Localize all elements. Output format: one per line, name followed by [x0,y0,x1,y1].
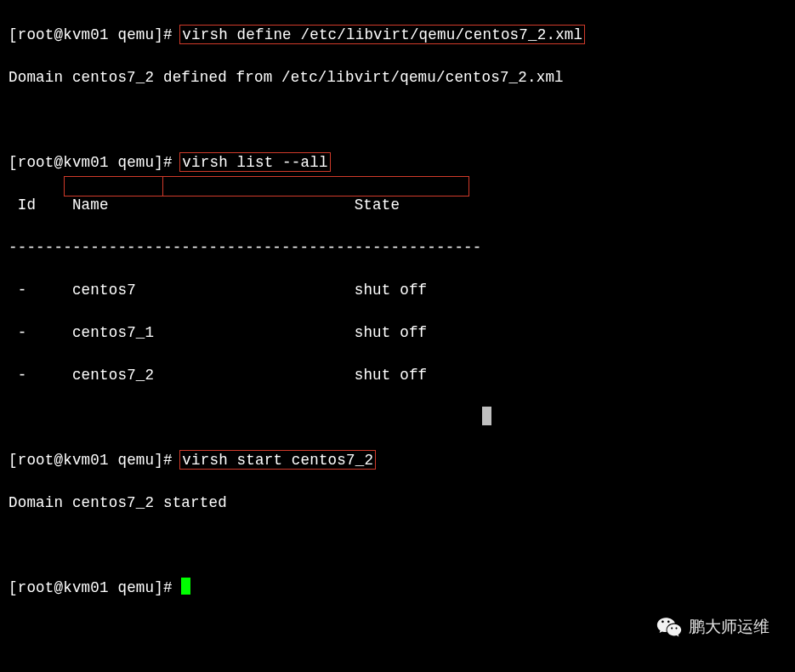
blank [9,535,786,556]
output-1: Domain centos7_2 defined from /etc/libvi… [9,67,786,88]
output-3: Domain centos7_2 started [9,493,786,514]
prompt: [root@kvm01 qemu]# [9,154,181,171]
prompt: [root@kvm01 qemu]# [9,452,181,469]
list-row-1: - centos7_1 shut off [9,322,786,344]
cmd-line-1: [root@kvm01 qemu]# virsh define /etc/lib… [9,25,786,46]
command-2: virsh list --all [179,152,330,172]
list-row-0: - centos7 shut off [9,280,786,301]
list-separator: ----------------------------------------… [9,237,786,259]
terminal-output[interactable]: [root@kvm01 qemu]# virsh define /etc/lib… [0,0,795,620]
prompt: [root@kvm01 qemu]# [9,579,181,596]
command-3: virsh start centos7_2 [179,450,376,470]
watermark-text: 鹏大师运维 [689,616,769,638]
cmd-line-3: [root@kvm01 qemu]# virsh start centos7_2 [9,450,786,471]
list-header: Id Name State [9,195,786,216]
list-row-2: - centos7_2 shut off [9,365,786,386]
inactive-cursor-icon [482,407,491,425]
prompt: [root@kvm01 qemu]# [9,26,181,43]
wechat-icon [656,616,682,638]
cmd-line-4[interactable]: [root@kvm01 qemu]# [9,578,786,599]
blank [9,110,786,131]
blank [9,407,786,429]
cmd-line-2: [root@kvm01 qemu]# virsh list --all [9,152,786,174]
watermark: 鹏大师运维 [656,616,769,638]
cursor-icon [181,578,190,595]
command-1: virsh define /etc/libvirt/qemu/centos7_2… [179,25,585,44]
